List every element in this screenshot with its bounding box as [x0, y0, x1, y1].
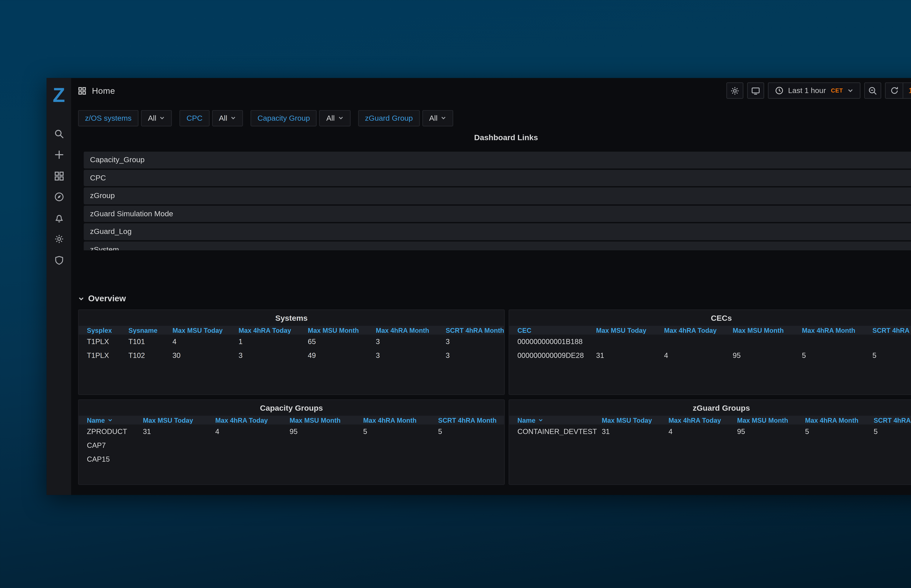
sidebar-item-plus[interactable]	[54, 150, 64, 160]
chevron-down-icon	[230, 115, 236, 121]
sidebar-item-dashboards-grid[interactable]	[54, 171, 64, 181]
column-header-max-4hra-month[interactable]: Max 4hRA Month	[805, 416, 874, 424]
filter-label-cpc[interactable]: CPC	[180, 110, 209, 126]
table-cell: 5	[802, 352, 872, 359]
table-cell: T101	[128, 338, 173, 345]
column-header-max-4hra-month[interactable]: Max 4hRA Month	[363, 416, 438, 424]
refresh-button[interactable]	[886, 83, 903, 98]
column-header-max-4hra-today[interactable]: Max 4hRA Today	[238, 326, 308, 334]
zoom-out-time-button[interactable]	[864, 82, 881, 99]
column-header-name[interactable]: Name	[87, 416, 143, 424]
table-cell: CAP15	[87, 455, 143, 463]
table-cell: T1PLX	[87, 338, 128, 345]
search-icon	[54, 129, 64, 139]
filter-value-zguard-group[interactable]: All	[422, 110, 453, 126]
filter-label-capacity-group[interactable]: Capacity Group	[251, 110, 317, 126]
table-cell: 4	[173, 338, 239, 345]
sidebar-item-admin-shield[interactable]	[54, 255, 64, 265]
column-header-max-msu-month[interactable]: Max MSU Month	[308, 326, 376, 334]
table-row[interactable]: CAP7	[79, 438, 504, 452]
table-cell: 3	[376, 352, 446, 359]
table-cell: T1PLX	[87, 352, 128, 359]
chevron-down-icon	[338, 115, 344, 121]
column-header-max-4hra-today[interactable]: Max 4hRA Today	[664, 326, 733, 334]
column-header-sysplex[interactable]: Sysplex	[87, 326, 128, 334]
table-row[interactable]: T1PLXT1023034933	[79, 349, 504, 362]
column-header-max-4hra-today[interactable]: Max 4hRA Today	[668, 416, 737, 424]
app-logo[interactable]: Z	[47, 85, 71, 105]
dashboard-link-label: CPC	[90, 173, 106, 182]
table-row[interactable]: CAP15	[79, 452, 504, 466]
column-header-max-4hra-month[interactable]: Max 4hRA Month	[802, 326, 872, 334]
sidebar-item-alerting-bell[interactable]	[54, 213, 64, 223]
refresh-interval-dropdown[interactable]: 1m	[903, 83, 911, 98]
column-header-scrt-4hra-month[interactable]: SCRT 4hRA Month	[874, 416, 911, 424]
table-cell: 31	[143, 428, 215, 435]
admin-shield-icon	[54, 255, 64, 265]
dashboard-settings-button[interactable]	[726, 82, 743, 99]
column-header-max-msu-month[interactable]: Max MSU Month	[290, 416, 363, 424]
table-cell: 5	[363, 428, 438, 435]
table-cell: 000000000009DE28	[517, 352, 596, 359]
dashboard-link-zgroup[interactable]: zGroup☆	[84, 187, 911, 204]
filter-value-z-os-systems[interactable]: All	[141, 110, 172, 126]
time-range-label: Last 1 hour	[788, 86, 826, 95]
table-row[interactable]: ZPRODUCT3149555	[79, 425, 504, 438]
dashboard-link-zguard-log[interactable]: zGuard_Log☆	[84, 223, 911, 240]
table-cell: 4	[668, 428, 737, 435]
zoom-out-icon	[868, 86, 878, 95]
table-cell: ZPRODUCT	[87, 428, 143, 435]
filter-value-cpc[interactable]: All	[212, 110, 243, 126]
template-variable-filters: z/OS systemsAllCPCAllCapacity GroupAllzG…	[78, 110, 453, 126]
column-header-max-msu-month[interactable]: Max MSU Month	[737, 416, 805, 424]
dashboard-link-zsystem[interactable]: zSystem☆	[84, 241, 911, 250]
table-cell: T102	[128, 352, 173, 359]
column-header-scrt-4hra-month[interactable]: SCRT 4hRA Month	[446, 326, 504, 334]
column-header-scrt-4hra-month[interactable]: SCRT 4hRA Month	[872, 326, 911, 334]
sort-caret-icon	[107, 416, 112, 424]
panel-cecs: CECsCECMax MSU TodayMax 4hRA TodayMax MS…	[509, 310, 911, 395]
grafana-window: Z Home	[47, 78, 911, 495]
alerting-bell-icon	[54, 213, 64, 223]
sidebar-item-explore-compass[interactable]	[54, 192, 64, 202]
sidebar-item-search[interactable]	[54, 129, 64, 139]
time-range-picker[interactable]: Last 1 hour CET	[768, 82, 861, 99]
dashboard-link-cpc[interactable]: CPC☆	[84, 170, 911, 186]
filter-z-os-systems: z/OS systemsAll	[78, 110, 172, 126]
column-header-max-msu-today[interactable]: Max MSU Today	[596, 326, 664, 334]
dashboard-link-zguard-simulation-mode[interactable]: zGuard Simulation Mode☆	[84, 205, 911, 222]
chevron-down-icon	[441, 115, 446, 121]
table-row[interactable]: 000000000001B188	[509, 334, 911, 349]
panel-zguard-groups: zGuard GroupsNameMax MSU TodayMax 4hRA T…	[509, 399, 911, 485]
plus-icon	[54, 150, 64, 160]
panel-title: CECs	[509, 314, 911, 323]
column-header-max-4hra-month[interactable]: Max 4hRA Month	[376, 326, 446, 334]
monitor-icon	[751, 86, 760, 95]
page-title[interactable]: Home	[92, 86, 115, 95]
table-row[interactable]: T1PLXT101416533	[79, 334, 504, 349]
column-header-cec[interactable]: CEC	[517, 326, 596, 334]
column-header-max-msu-today[interactable]: Max MSU Today	[143, 416, 215, 424]
table-row[interactable]: 000000000009DE283149555	[509, 349, 911, 362]
column-header-max-msu-month[interactable]: Max MSU Month	[733, 326, 802, 334]
table-row[interactable]: CONTAINER_DEVTEST3149555	[509, 425, 911, 438]
panel-title: Capacity Groups	[79, 404, 504, 412]
column-header-scrt-4hra-month[interactable]: SCRT 4hRA Month	[438, 416, 504, 424]
column-header-sysname[interactable]: Sysname	[128, 326, 173, 334]
timezone-label: CET	[831, 87, 843, 94]
overview-section-toggle[interactable]: Overview	[78, 294, 126, 303]
column-header-max-msu-today[interactable]: Max MSU Today	[602, 416, 668, 424]
column-header-name[interactable]: Name	[517, 416, 602, 424]
filter-label-z-os-systems[interactable]: z/OS systems	[78, 110, 138, 126]
filter-label-zguard-group[interactable]: zGuard Group	[358, 110, 420, 126]
dashboard-link-capacity-group[interactable]: Capacity_Group☆	[84, 152, 911, 168]
filter-value-capacity-group[interactable]: All	[319, 110, 350, 126]
column-header-max-msu-today[interactable]: Max MSU Today	[173, 326, 239, 334]
refresh-controls: 1m	[885, 82, 911, 99]
gear-icon	[730, 86, 740, 95]
column-header-max-4hra-today[interactable]: Max 4hRA Today	[216, 416, 290, 424]
sidebar-item-configuration-gear[interactable]	[54, 234, 64, 244]
cycle-view-tv-button[interactable]	[747, 82, 764, 99]
table-cell: 5	[872, 352, 911, 359]
panel-title: zGuard Groups	[509, 404, 911, 412]
